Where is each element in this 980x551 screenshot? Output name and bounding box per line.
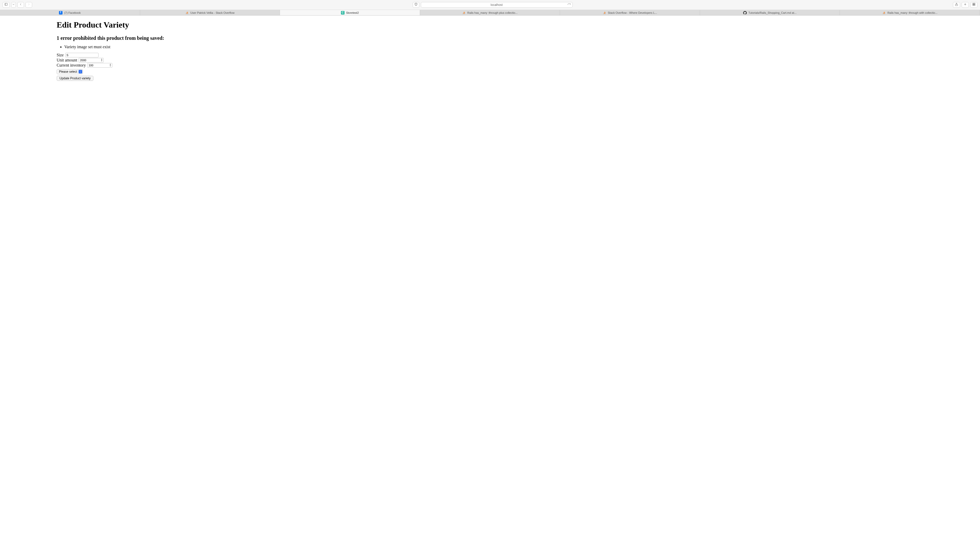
stackoverflow-icon [603,11,606,14]
tab-label: User Patrick Vellia - Stack Overflow [190,11,234,14]
privacy-report-button[interactable] [413,2,419,8]
back-button[interactable] [18,2,24,8]
chevron-down-icon [12,3,15,7]
tab-label: Storetest2 [346,11,359,14]
nav-buttons [18,2,32,8]
grid-icon [972,3,976,7]
store-icon: C [341,11,345,14]
page-content: Edit Product Variety 1 error prohibited … [0,16,980,81]
tab-github-tutorials[interactable]: Tutorials/Rails_Shopping_Cart.md at... [700,10,840,15]
github-icon [743,11,747,14]
image-set-select[interactable]: Please select [57,69,83,74]
svg-rect-0 [5,3,8,5]
chevron-right-icon [27,3,30,7]
svg-rect-6 [974,3,975,4]
tab-strip: (7) Facebook User Patrick Vellia - Stack… [0,10,980,16]
address-bar[interactable]: localhost [421,2,573,8]
unit-amount-label: Unit amount [57,58,77,62]
svg-rect-7 [973,5,974,6]
svg-rect-5 [973,3,974,4]
new-tab-button[interactable] [962,2,969,8]
stackoverflow-icon [185,11,189,14]
update-product-variety-button[interactable]: Update Product variety [57,76,94,81]
current-inventory-row: Current inventory ▲ ▼ [57,63,312,68]
tab-label: Tutorials/Rails_Shopping_Cart.md at... [748,11,797,14]
share-icon [955,3,958,7]
stepper-down-icon: ▼ [100,60,103,62]
tab-label: Stack Overflow - Where Developers L... [608,11,657,14]
stackoverflow-icon [462,11,466,14]
error-list: Variety image set must exist [64,44,312,49]
tab-label: Rails has_many :through plus collectio..… [467,11,517,14]
stepper-down-icon: ▼ [109,65,112,67]
forward-button[interactable] [25,2,32,8]
tab-storetest2[interactable]: C Storetest2 [280,10,420,15]
tab-overview-button[interactable] [970,2,977,8]
stackoverflow-icon [882,11,886,14]
chevron-left-icon [19,3,22,7]
toolbar-center: localhost [34,2,951,8]
size-label: Size [57,53,64,57]
sidebar-buttons [3,2,16,8]
shield-icon [414,3,418,7]
tab-stackoverflow-home[interactable]: Stack Overflow - Where Developers L... [560,10,700,15]
current-inventory-stepper[interactable]: ▲ ▼ [109,63,112,67]
svg-rect-8 [974,5,975,6]
tab-rails-through-with[interactable]: Rails has_many :through with collectio..… [840,10,980,15]
page-title: Edit Product Variety [57,20,312,30]
current-inventory-label: Current inventory [57,63,86,68]
unit-amount-stepper[interactable]: ▲ ▼ [100,58,103,62]
error-item: Variety image set must exist [64,44,312,49]
tab-label: Rails has_many :through with collectio..… [887,11,937,14]
select-placeholder: Please select [59,70,77,73]
tab-label: (7) Facebook [64,11,81,14]
tab-user-patrick-vellia[interactable]: User Patrick Vellia - Stack Overflow [140,10,280,15]
share-button[interactable] [953,2,960,8]
sidebar-icon [4,3,8,7]
tab-facebook[interactable]: (7) Facebook [0,10,140,15]
address-text: localhost [490,3,503,6]
unit-amount-row: Unit amount ▲ ▼ [57,58,312,62]
plus-icon [963,3,967,7]
browser-toolbar: localhost [0,0,980,10]
size-input[interactable] [65,53,99,57]
toggle-sidebar-button[interactable] [3,2,10,8]
sidebar-dropdown-button[interactable] [11,2,16,8]
tab-rails-through-plus[interactable]: Rails has_many :through plus collectio..… [420,10,560,15]
facebook-icon [59,11,62,14]
reload-icon[interactable] [567,3,571,6]
error-heading: 1 error prohibited this product from bei… [57,35,312,41]
size-row: Size [57,53,312,57]
right-toolbar-buttons [953,2,977,8]
select-chevrons-icon [79,70,82,73]
